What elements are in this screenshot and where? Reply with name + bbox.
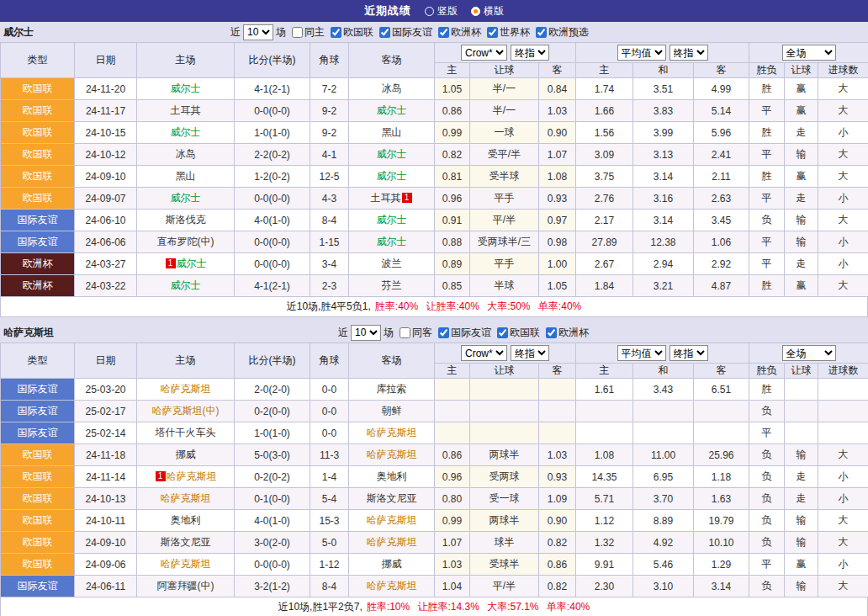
- home-team[interactable]: 塔什干火车头: [137, 422, 235, 444]
- section-head: 威尔士 近10场同主欧国联国际友谊欧洲杯世界杯欧洲预选: [0, 22, 868, 42]
- away-team[interactable]: 威尔士: [349, 210, 435, 231]
- match-date: 24-11-18: [75, 444, 137, 466]
- scope-select[interactable]: 全场: [782, 345, 836, 361]
- home-team[interactable]: 挪威: [137, 444, 235, 466]
- home-team[interactable]: 哈萨克斯坦: [137, 379, 235, 401]
- avg-away-odds: 4.99: [694, 78, 749, 100]
- team-name-text: 挪威: [382, 558, 402, 570]
- team-name-text: 威尔士: [377, 170, 407, 182]
- competition-checkbox-1[interactable]: 国际友谊: [435, 326, 491, 340]
- competition-checkbox-4[interactable]: 世界杯: [484, 25, 530, 40]
- away-team[interactable]: 哈萨克斯坦: [349, 532, 435, 554]
- scope-select[interactable]: 全场: [782, 45, 836, 61]
- competition-checkbox-3[interactable]: 欧洲杯: [435, 25, 481, 40]
- same-venue-checkbox-input[interactable]: [400, 327, 410, 338]
- home-team[interactable]: 黑山: [137, 166, 235, 188]
- home-team[interactable]: 1哈萨克斯坦: [137, 466, 235, 488]
- match-date: 24-10-11: [75, 510, 137, 532]
- away-team[interactable]: 威尔士: [349, 231, 435, 253]
- home-team[interactable]: 威尔士: [137, 188, 235, 210]
- avg-home-odds: 27.89: [576, 231, 633, 253]
- away-team[interactable]: 哈萨克斯坦: [349, 444, 435, 466]
- home-team[interactable]: 阿塞拜疆(中): [137, 576, 235, 597]
- away-team[interactable]: 威尔士: [349, 100, 435, 122]
- result-goals: 小: [818, 231, 868, 253]
- home-team[interactable]: 哈萨克斯坦: [137, 488, 235, 510]
- away-team[interactable]: 挪威: [349, 554, 435, 576]
- home-team[interactable]: 土耳其: [137, 100, 235, 122]
- competition-checkbox-3-label: 欧洲杯: [558, 326, 589, 340]
- recent-count-select[interactable]: 10: [351, 325, 381, 341]
- match-score: 0-1(0-0): [235, 488, 310, 510]
- corner-score: 5-4: [310, 488, 349, 510]
- competition-checkbox-1-input[interactable]: [331, 27, 341, 38]
- away-team[interactable]: 威尔士: [349, 166, 435, 188]
- away-team[interactable]: 冰岛: [349, 78, 435, 100]
- competition-checkbox-5-input[interactable]: [536, 27, 547, 38]
- odds-company-select[interactable]: Crow*: [461, 45, 507, 61]
- home-team[interactable]: 奥地利: [137, 510, 235, 532]
- competition-checkbox-2[interactable]: 欧国联: [494, 326, 540, 340]
- away-team[interactable]: 波兰: [349, 253, 435, 275]
- odds-time-select[interactable]: 终指: [511, 45, 549, 61]
- recent-count-select[interactable]: 10: [243, 24, 273, 40]
- home-team[interactable]: 斯洛伐克: [137, 210, 235, 231]
- competition-type: 欧国联: [1, 122, 75, 144]
- handicap-line: 受两球半/三: [470, 231, 539, 253]
- home-team[interactable]: 威尔士: [137, 122, 235, 144]
- avg-source-select[interactable]: 平均值: [617, 45, 666, 61]
- home-team[interactable]: 1威尔士: [137, 253, 235, 275]
- away-team[interactable]: 威尔士: [349, 144, 435, 166]
- layout-radio-horizontal[interactable]: 横版: [471, 4, 504, 19]
- handicap-home-odds: [435, 401, 470, 422]
- home-team[interactable]: 直布罗陀(中): [137, 231, 235, 253]
- away-team[interactable]: 土耳其1: [349, 188, 435, 210]
- same-venue-checkbox[interactable]: 同主: [288, 25, 325, 40]
- competition-checkbox-1-label: 欧国联: [343, 25, 373, 40]
- result-handicap: 赢: [785, 166, 818, 188]
- competition-checkbox-3-input[interactable]: [546, 327, 557, 338]
- competition-checkbox-1-input[interactable]: [438, 327, 449, 338]
- competition-checkbox-3-input[interactable]: [438, 27, 449, 38]
- competition-checkbox-1[interactable]: 欧国联: [327, 25, 373, 40]
- avg-draw-odds: 4.92: [633, 532, 694, 554]
- competition-checkbox-2-input[interactable]: [379, 27, 390, 38]
- competition-checkbox-2[interactable]: 国际友谊: [376, 25, 432, 40]
- home-team[interactable]: 威尔士: [137, 78, 235, 100]
- home-team[interactable]: 哈萨克斯坦: [137, 554, 235, 576]
- home-team[interactable]: 威尔士: [137, 275, 235, 297]
- away-team[interactable]: 芬兰: [349, 275, 435, 297]
- avg-source-select[interactable]: 平均值: [617, 345, 666, 361]
- handicap-line: 半/一: [470, 100, 539, 122]
- away-team[interactable]: 黑山: [349, 122, 435, 144]
- home-team[interactable]: 哈萨克斯坦(中): [137, 401, 235, 422]
- layout-radio-vertical[interactable]: 竖版: [425, 4, 458, 19]
- same-venue-checkbox[interactable]: 同客: [396, 326, 432, 340]
- competition-checkbox-5[interactable]: 欧洲预选: [532, 25, 589, 40]
- col-handicap-result: 让球: [785, 63, 818, 78]
- same-venue-checkbox-input[interactable]: [292, 27, 303, 38]
- section-head: 哈萨克斯坦 近10场同客国际友谊欧国联欧洲杯: [0, 322, 868, 343]
- recent-label: 近: [230, 25, 241, 40]
- avg-draw-odds: 3.21: [633, 275, 694, 297]
- competition-checkbox-4-input[interactable]: [487, 27, 498, 38]
- competition-checkbox-3[interactable]: 欧洲杯: [542, 326, 589, 340]
- away-team[interactable]: 哈萨克斯坦: [349, 510, 435, 532]
- competition-type: 欧洲杯: [1, 253, 75, 275]
- col-home: 主场: [137, 43, 235, 78]
- away-team[interactable]: 斯洛文尼亚: [349, 488, 435, 510]
- away-team[interactable]: 库拉索: [349, 379, 435, 401]
- competition-checkbox-2-input[interactable]: [497, 327, 508, 338]
- home-team[interactable]: 冰岛: [137, 144, 235, 166]
- odds-company-select[interactable]: Crow*: [461, 345, 507, 361]
- odds-time-select[interactable]: 终指: [511, 345, 549, 361]
- away-team[interactable]: 哈萨克斯坦: [349, 422, 435, 444]
- col-avg-draw: 和: [633, 364, 694, 379]
- away-team[interactable]: 哈萨克斯坦: [349, 576, 435, 597]
- avg-time-select[interactable]: 终指: [670, 45, 708, 61]
- away-team[interactable]: 朝鲜: [349, 401, 435, 422]
- home-team[interactable]: 斯洛文尼亚: [137, 532, 235, 554]
- away-team[interactable]: 奥地利: [349, 466, 435, 488]
- avg-time-select[interactable]: 终指: [670, 345, 708, 361]
- col-home: 主场: [137, 343, 235, 379]
